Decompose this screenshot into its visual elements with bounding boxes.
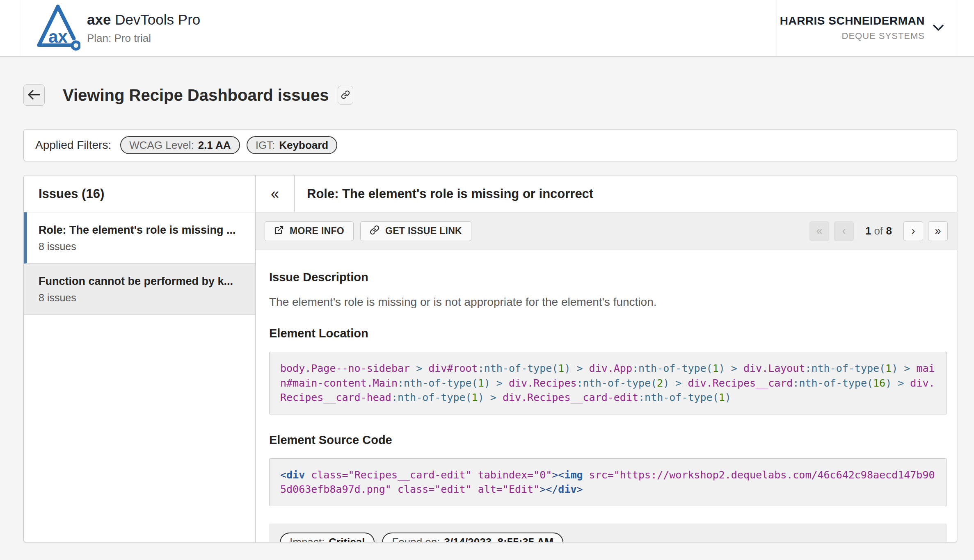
issue-item-title: Function cannot be performed by k... bbox=[39, 275, 243, 288]
main-card: Issues (16) Role: The element's role is … bbox=[23, 175, 957, 542]
applied-filters-card: Applied Filters: WCAG Level: 2.1 AA IGT:… bbox=[23, 129, 957, 161]
filter-pill-wcag-label: WCAG Level: bbox=[129, 139, 194, 152]
pagination-prev-button[interactable]: ‹ bbox=[834, 221, 854, 241]
header-left-divider bbox=[20, 0, 20, 56]
pagination-of-label: of bbox=[874, 225, 883, 237]
get-issue-link-label: GET ISSUE LINK bbox=[385, 225, 462, 237]
page-title: Viewing Recipe Dashboard issues bbox=[63, 86, 329, 105]
pagination-status: 1 of 8 bbox=[865, 225, 892, 237]
issue-item-count: 8 issues bbox=[39, 241, 243, 253]
detail-body: Issue Description The element's role is … bbox=[256, 250, 957, 542]
external-link-icon bbox=[274, 225, 290, 237]
issue-item-title: Role: The element's role is missing ... bbox=[39, 224, 243, 237]
found-on-label: Found on: bbox=[392, 536, 440, 542]
impact-label: Impact: bbox=[290, 536, 325, 542]
back-button[interactable] bbox=[23, 84, 45, 106]
pagination-first-button[interactable]: « bbox=[809, 221, 829, 241]
applied-filters-label: Applied Filters: bbox=[35, 139, 111, 152]
chevron-down-icon bbox=[932, 24, 944, 32]
element-source-code: <div class="Recipes__card-edit" tabindex… bbox=[269, 458, 947, 506]
more-info-button[interactable]: MORE INFO bbox=[265, 221, 354, 241]
pagination-total: 8 bbox=[886, 225, 892, 237]
app-header: ax axe DevTools Pro Plan: Pro trial HARR… bbox=[0, 0, 974, 57]
collapse-issues-panel-button[interactable]: « bbox=[256, 175, 295, 212]
issues-panel: Issues (16) Role: The element's role is … bbox=[24, 175, 256, 542]
pagination-last-button[interactable]: » bbox=[928, 221, 948, 241]
brand-title-bold: axe bbox=[87, 11, 111, 27]
issues-panel-title: Issues (16) bbox=[24, 175, 255, 212]
issue-description-heading: Issue Description bbox=[269, 271, 947, 284]
filter-pill-wcag: WCAG Level: 2.1 AA bbox=[120, 136, 240, 154]
axe-logo-icon: ax bbox=[34, 3, 80, 52]
link-icon bbox=[341, 90, 350, 100]
pagination-current: 1 bbox=[865, 225, 871, 237]
impact-badge: Impact: Critical bbox=[280, 533, 375, 542]
brand-title: axe DevTools Pro bbox=[87, 11, 200, 28]
element-location-heading: Element Location bbox=[269, 327, 947, 340]
filter-pill-igt: IGT: Keyboard bbox=[247, 136, 338, 154]
more-info-label: MORE INFO bbox=[290, 225, 344, 237]
impact-value: Critical bbox=[329, 536, 365, 542]
back-arrow-icon bbox=[27, 89, 41, 102]
brand-block: axe DevTools Pro Plan: Pro trial bbox=[87, 11, 200, 45]
filter-pill-igt-label: IGT: bbox=[256, 139, 275, 152]
title-row: Viewing Recipe Dashboard issues bbox=[23, 84, 353, 106]
app-root: ax axe DevTools Pro Plan: Pro trial HARR… bbox=[0, 0, 974, 560]
brand-title-rest: DevTools Pro bbox=[111, 11, 200, 27]
pagination-next-button[interactable]: › bbox=[903, 221, 923, 241]
issue-list-item-role[interactable]: Role: The element's role is missing ... … bbox=[24, 212, 255, 264]
get-issue-link-button[interactable]: GET ISSUE LINK bbox=[360, 221, 471, 241]
issue-meta-bar: Impact: Critical Found on: 3/14/2023, 8:… bbox=[269, 524, 947, 542]
detail-toolbar: MORE INFO GET ISSUE LINK « ‹ 1 of 8 › bbox=[256, 212, 957, 250]
issue-item-count: 8 issues bbox=[39, 292, 243, 304]
link-icon bbox=[370, 225, 385, 237]
user-text: HARRIS SCHNEIDERMAN DEQUE SYSTEMS bbox=[780, 14, 925, 41]
user-menu[interactable]: HARRIS SCHNEIDERMAN DEQUE SYSTEMS bbox=[777, 0, 957, 56]
issue-description-text: The element's role is missing or is not … bbox=[269, 296, 947, 309]
copy-page-link-button[interactable] bbox=[338, 86, 353, 105]
user-name: HARRIS SCHNEIDERMAN bbox=[780, 14, 925, 27]
found-on-value: 3/14/2023, 8:55:35 AM bbox=[444, 536, 553, 542]
detail-header: « Role: The element's role is missing or… bbox=[256, 175, 957, 212]
svg-text:ax: ax bbox=[48, 27, 68, 46]
issue-detail-title: Role: The element's role is missing or i… bbox=[295, 175, 593, 212]
issue-list-item-function[interactable]: Function cannot be performed by k... 8 i… bbox=[24, 264, 255, 315]
found-on-badge: Found on: 3/14/2023, 8:55:35 AM bbox=[382, 533, 563, 542]
filter-pill-igt-value: Keyboard bbox=[279, 139, 328, 152]
element-location-code: body.Page--no-sidebar > div#root:nth-of-… bbox=[269, 352, 947, 414]
element-source-heading: Element Source Code bbox=[269, 433, 947, 447]
filter-pill-wcag-value: 2.1 AA bbox=[198, 139, 231, 152]
issue-detail-panel: « Role: The element's role is missing or… bbox=[256, 175, 957, 542]
plan-label: Plan: Pro trial bbox=[87, 32, 200, 45]
user-org: DEQUE SYSTEMS bbox=[842, 31, 925, 41]
